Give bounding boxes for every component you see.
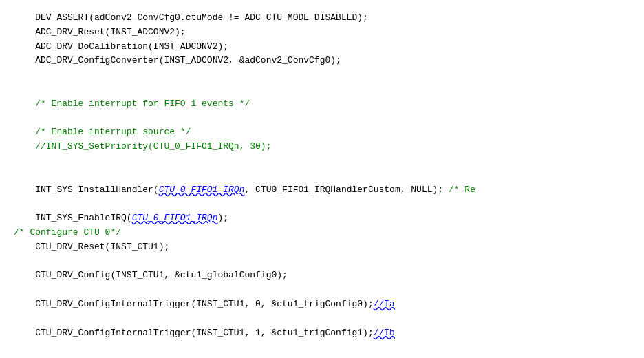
link-ib[interactable]: //Ib	[374, 328, 395, 338]
code-line-23: CTU_DRV_ConfigInternalTrigger(INST_CTU1,…	[14, 326, 630, 341]
code-line-22	[14, 312, 630, 326]
comment-configure-ctu: /* Configure CTU 0*/	[14, 227, 121, 238]
code-line-6	[14, 83, 630, 97]
code-editor: DEV_ASSERT(adConv2_ConvCfg0.ctuMode != A…	[0, 0, 644, 358]
code-line-9: /* Enable interrupt source */	[14, 125, 630, 140]
code-line-14	[14, 197, 630, 211]
code-line-8	[14, 112, 630, 126]
code-line-19: CTU_DRV_Config(INST_CTU1, &ctu1_globalCo…	[14, 268, 630, 283]
code-line-11	[14, 154, 630, 169]
link-ctu-fifo1-irqn-install[interactable]: CTU_0_FIFO1_IRQn	[159, 185, 245, 195]
code-line-15: INT_SYS_EnableIRQ(CTU_0_FIFO1_IRQn);	[14, 211, 630, 226]
code-line-4: ADC_DRV_ConfigConverter(INST_ADCONV2, &a…	[14, 54, 630, 68]
comment-set-priority: //INT_SYS_SetPriority(CTU_0_FIFO1_IRQn, …	[14, 141, 271, 151]
code-line-12	[14, 169, 630, 183]
code-line-18	[14, 255, 630, 269]
code-line-21: CTU_DRV_ConfigInternalTrigger(INST_CTU1,…	[14, 297, 630, 312]
code-line-13: INT_SYS_InstallHandler(CTU_0_FIFO1_IRQn,…	[14, 183, 630, 198]
code-line-17: CTU_DRV_Reset(INST_CTU1);	[14, 240, 630, 255]
comment-fifo: /* Enable interrupt for FIFO 1 events */	[14, 98, 250, 109]
comment-re: /* Re	[449, 185, 475, 195]
code-line-3: ADC_DRV_DoCalibration(INST_ADCONV2);	[14, 40, 630, 54]
code-line-10: //INT_SYS_SetPriority(CTU_0_FIFO1_IRQn, …	[14, 140, 630, 154]
code-line-5	[14, 68, 630, 83]
code-line-20	[14, 283, 630, 297]
link-ia[interactable]: //Ia	[374, 299, 395, 309]
code-line-1: DEV_ASSERT(adConv2_ConvCfg0.ctuMode != A…	[14, 11, 630, 25]
comment-enable-src: /* Enable interrupt source */	[14, 127, 191, 137]
code-line-16: /* Configure CTU 0*/	[14, 226, 630, 240]
code-line-2: ADC_DRV_Reset(INST_ADCONV2);	[14, 25, 630, 40]
link-ctu-fifo1-irqn-enable[interactable]: CTU_0_FIFO1_IRQn	[132, 213, 218, 223]
code-line-7: /* Enable interrupt for FIFO 1 events */	[14, 97, 630, 112]
